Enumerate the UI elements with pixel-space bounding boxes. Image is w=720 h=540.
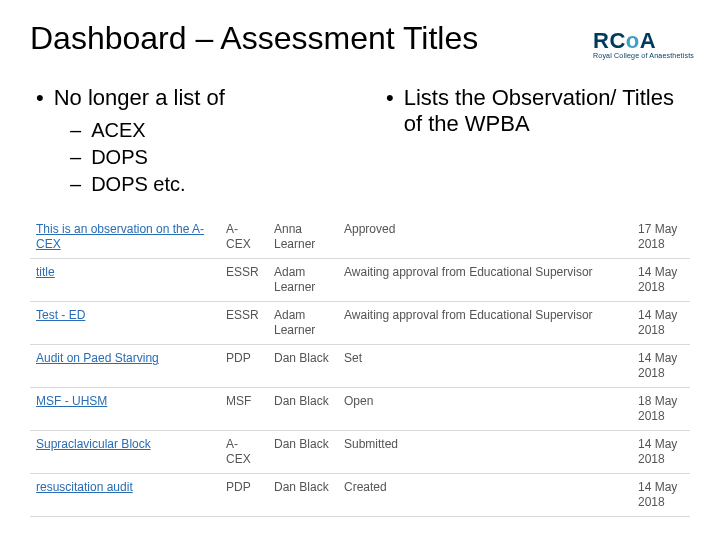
bullet-columns: No longer a list of ACEX DOPS DOPS etc. …: [30, 85, 690, 198]
assessment-date: 18 May 2018: [632, 388, 690, 431]
assessment-person: Anna Learner: [268, 216, 338, 259]
assessment-date: 14 May 2018: [632, 302, 690, 345]
logo-text: RCoA: [593, 30, 694, 52]
assessment-person: Dan Black: [268, 388, 338, 431]
table-row: MSF - UHSMMSFDan BlackOpen18 May 2018: [30, 388, 690, 431]
assessment-status: Approved: [338, 216, 632, 259]
table-row: Test - EDESSRAdam LearnerAwaiting approv…: [30, 302, 690, 345]
assessment-date: 14 May 2018: [632, 474, 690, 517]
table-row: titleESSRAdam LearnerAwaiting approval f…: [30, 259, 690, 302]
assessment-type: ESSR: [220, 302, 268, 345]
assessment-title-link[interactable]: title: [30, 259, 220, 302]
right-column: Lists the Observation/ Titles of the WPB…: [380, 85, 690, 198]
table-row: resuscitation auditPDPDan BlackCreated14…: [30, 474, 690, 517]
assessment-type: PDP: [220, 474, 268, 517]
logo-subtitle: Royal College of Anaesthetists: [593, 52, 694, 59]
assessment-date: 14 May 2018: [632, 259, 690, 302]
right-heading: Lists the Observation/ Titles of the WPB…: [386, 85, 690, 138]
sub-item: DOPS: [70, 144, 340, 171]
sub-item: DOPS etc.: [70, 171, 340, 198]
table-row: Audit on Paed StarvingPDPDan BlackSet14 …: [30, 345, 690, 388]
assessment-person: Dan Black: [268, 474, 338, 517]
assessment-type: A-CEX: [220, 216, 268, 259]
assessment-status: Awaiting approval from Educational Super…: [338, 259, 632, 302]
assessment-date: 14 May 2018: [632, 345, 690, 388]
assessment-person: Adam Learner: [268, 259, 338, 302]
table-row: This is an observation on the A-CEXA-CEX…: [30, 216, 690, 259]
assessment-status: Created: [338, 474, 632, 517]
assessment-table: This is an observation on the A-CEXA-CEX…: [30, 216, 690, 517]
assessment-status: Awaiting approval from Educational Super…: [338, 302, 632, 345]
left-heading: No longer a list of: [36, 85, 340, 111]
table-row: Supraclavicular BlockA-CEXDan BlackSubmi…: [30, 431, 690, 474]
assessment-date: 14 May 2018: [632, 431, 690, 474]
assessment-person: Dan Black: [268, 431, 338, 474]
assessment-type: A-CEX: [220, 431, 268, 474]
assessment-status: Submitted: [338, 431, 632, 474]
sub-item: ACEX: [70, 117, 340, 144]
assessment-status: Open: [338, 388, 632, 431]
assessment-person: Adam Learner: [268, 302, 338, 345]
assessment-date: 17 May 2018: [632, 216, 690, 259]
page-title: Dashboard – Assessment Titles: [30, 20, 690, 57]
assessment-title-link[interactable]: Audit on Paed Starving: [30, 345, 220, 388]
left-sublist: ACEX DOPS DOPS etc.: [70, 117, 340, 198]
assessment-title-link[interactable]: resuscitation audit: [30, 474, 220, 517]
assessment-type: MSF: [220, 388, 268, 431]
assessment-type: PDP: [220, 345, 268, 388]
assessment-status: Set: [338, 345, 632, 388]
assessment-title-link[interactable]: Test - ED: [30, 302, 220, 345]
assessment-person: Dan Black: [268, 345, 338, 388]
assessment-type: ESSR: [220, 259, 268, 302]
assessment-title-link[interactable]: Supraclavicular Block: [30, 431, 220, 474]
assessment-title-link[interactable]: This is an observation on the A-CEX: [30, 216, 220, 259]
left-column: No longer a list of ACEX DOPS DOPS etc.: [30, 85, 340, 198]
rcoa-logo: RCoA Royal College of Anaesthetists: [593, 30, 694, 59]
assessment-title-link[interactable]: MSF - UHSM: [30, 388, 220, 431]
